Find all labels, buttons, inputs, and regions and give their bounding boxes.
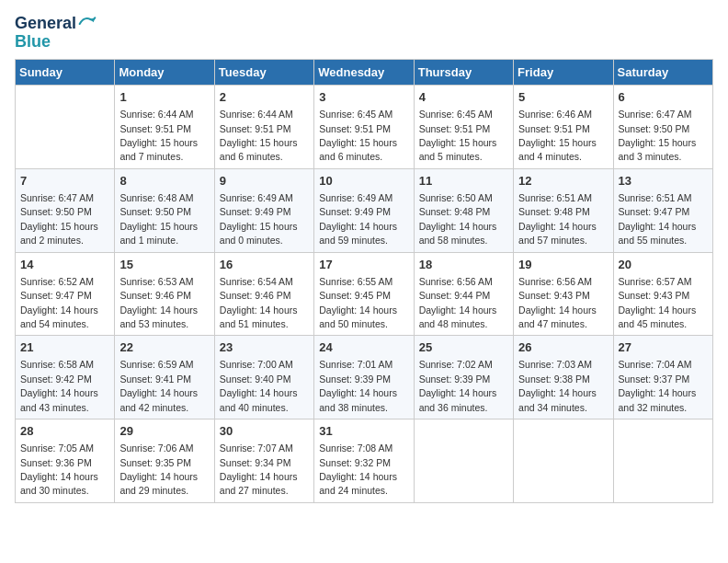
logo-text: General: [15, 15, 97, 33]
calendar-cell: 16 Sunrise: 6:54 AM Sunset: 9:46 PM Dayl…: [214, 252, 313, 336]
day-number: 7: [20, 173, 109, 190]
calendar-cell: 26 Sunrise: 7:03 AM Sunset: 9:38 PM Dayl…: [514, 336, 613, 419]
calendar-cell: [613, 419, 712, 503]
cell-sunrise: Sunrise: 6:48 AM: [119, 192, 193, 203]
cell-sunset: Sunset: 9:50 PM: [119, 206, 191, 217]
cell-sunrise: Sunrise: 6:46 AM: [518, 109, 592, 120]
weekday-header-thursday: Thursday: [414, 60, 513, 86]
cell-sunrise: Sunrise: 6:47 AM: [20, 192, 94, 203]
cell-daylight: Daylight: 15 hours and 6 minutes.: [220, 137, 298, 162]
calendar-cell: 17 Sunrise: 6:55 AM Sunset: 9:45 PM Dayl…: [314, 252, 414, 336]
cell-sunset: Sunset: 9:39 PM: [319, 373, 391, 385]
cell-daylight: Daylight: 15 hours and 3 minutes.: [619, 137, 697, 162]
day-number: 17: [319, 257, 408, 273]
cell-sunset: Sunset: 9:34 PM: [220, 457, 291, 468]
cell-daylight: Daylight: 14 hours and 43 minutes.: [20, 387, 98, 412]
cell-daylight: Daylight: 14 hours and 50 minutes.: [319, 304, 397, 329]
logo-blue-text: Blue: [15, 33, 97, 52]
calendar-cell: 2 Sunrise: 6:44 AM Sunset: 9:51 PM Dayli…: [214, 86, 313, 169]
cell-daylight: Daylight: 14 hours and 40 minutes.: [220, 387, 298, 412]
cell-sunrise: Sunrise: 7:06 AM: [119, 442, 193, 454]
cell-sunset: Sunset: 9:47 PM: [619, 206, 690, 217]
day-number: 3: [319, 89, 408, 106]
calendar-cell: 23 Sunrise: 7:00 AM Sunset: 9:40 PM Dayl…: [214, 336, 313, 419]
calendar-cell: [514, 419, 613, 503]
day-number: 8: [119, 173, 209, 190]
cell-sunrise: Sunrise: 6:56 AM: [518, 276, 592, 287]
cell-daylight: Daylight: 14 hours and 51 minutes.: [220, 304, 298, 329]
day-number: 10: [319, 173, 408, 190]
week-row-4: 21 Sunrise: 6:58 AM Sunset: 9:42 PM Dayl…: [16, 336, 713, 419]
calendar-cell: 21 Sunrise: 6:58 AM Sunset: 9:42 PM Dayl…: [16, 336, 115, 419]
day-number: 5: [518, 89, 608, 106]
calendar-cell: 6 Sunrise: 6:47 AM Sunset: 9:50 PM Dayli…: [613, 86, 712, 169]
cell-sunrise: Sunrise: 6:47 AM: [619, 109, 692, 120]
cell-sunrise: Sunrise: 6:53 AM: [119, 276, 193, 287]
day-number: 6: [619, 89, 708, 106]
weekday-header-monday: Monday: [115, 60, 214, 86]
cell-daylight: Daylight: 14 hours and 53 minutes.: [119, 304, 198, 329]
cell-sunrise: Sunrise: 6:44 AM: [220, 109, 293, 120]
cell-daylight: Daylight: 14 hours and 59 minutes.: [319, 221, 397, 246]
day-number: 24: [319, 339, 408, 356]
cell-sunrise: Sunrise: 7:08 AM: [319, 442, 392, 454]
cell-sunset: Sunset: 9:42 PM: [20, 373, 92, 385]
cell-daylight: Daylight: 14 hours and 29 minutes.: [119, 471, 198, 496]
day-number: 14: [20, 257, 109, 273]
cell-daylight: Daylight: 14 hours and 34 minutes.: [518, 387, 597, 412]
cell-sunrise: Sunrise: 7:07 AM: [220, 442, 293, 454]
cell-sunset: Sunset: 9:46 PM: [220, 290, 291, 301]
cell-sunset: Sunset: 9:41 PM: [119, 373, 191, 385]
weekday-header-sunday: Sunday: [16, 60, 115, 86]
weekday-header-tuesday: Tuesday: [214, 60, 313, 86]
calendar-cell: 4 Sunrise: 6:45 AM Sunset: 9:51 PM Dayli…: [414, 86, 513, 169]
cell-sunrise: Sunrise: 7:02 AM: [419, 359, 493, 370]
calendar-cell: 9 Sunrise: 6:49 AM Sunset: 9:49 PM Dayli…: [214, 168, 313, 252]
cell-daylight: Daylight: 14 hours and 36 minutes.: [419, 387, 497, 412]
week-row-2: 7 Sunrise: 6:47 AM Sunset: 9:50 PM Dayli…: [16, 168, 713, 252]
day-number: 15: [119, 257, 209, 273]
calendar-cell: 20 Sunrise: 6:57 AM Sunset: 9:43 PM Dayl…: [613, 252, 712, 336]
calendar-cell: [16, 86, 115, 169]
calendar-cell: 31 Sunrise: 7:08 AM Sunset: 9:32 PM Dayl…: [314, 419, 414, 503]
cell-sunset: Sunset: 9:49 PM: [319, 206, 391, 217]
cell-sunrise: Sunrise: 7:03 AM: [518, 359, 592, 370]
cell-sunrise: Sunrise: 7:05 AM: [20, 442, 94, 454]
day-number: 19: [518, 257, 608, 273]
day-number: 13: [619, 173, 708, 190]
calendar-cell: 1 Sunrise: 6:44 AM Sunset: 9:51 PM Dayli…: [115, 86, 214, 169]
day-number: 23: [220, 339, 309, 356]
cell-sunset: Sunset: 9:51 PM: [119, 123, 191, 134]
cell-daylight: Daylight: 14 hours and 48 minutes.: [419, 304, 497, 329]
weekday-header-friday: Friday: [514, 60, 613, 86]
cell-sunrise: Sunrise: 7:01 AM: [319, 359, 392, 370]
weekday-header-row: SundayMondayTuesdayWednesdayThursdayFrid…: [16, 60, 713, 86]
cell-sunset: Sunset: 9:39 PM: [419, 373, 491, 385]
cell-daylight: Daylight: 14 hours and 30 minutes.: [20, 471, 98, 496]
cell-sunrise: Sunrise: 6:58 AM: [20, 359, 94, 370]
cell-sunrise: Sunrise: 6:44 AM: [119, 109, 193, 120]
cell-daylight: Daylight: 15 hours and 7 minutes.: [119, 137, 198, 162]
cell-sunrise: Sunrise: 6:59 AM: [119, 359, 193, 370]
calendar-cell: 10 Sunrise: 6:49 AM Sunset: 9:49 PM Dayl…: [314, 168, 414, 252]
cell-sunrise: Sunrise: 6:51 AM: [619, 192, 692, 203]
day-number: 22: [119, 339, 209, 356]
cell-daylight: Daylight: 15 hours and 2 minutes.: [20, 221, 98, 246]
week-row-5: 28 Sunrise: 7:05 AM Sunset: 9:36 PM Dayl…: [16, 419, 713, 503]
cell-daylight: Daylight: 14 hours and 47 minutes.: [518, 304, 597, 329]
calendar-cell: 25 Sunrise: 7:02 AM Sunset: 9:39 PM Dayl…: [414, 336, 513, 419]
cell-daylight: Daylight: 14 hours and 55 minutes.: [619, 221, 697, 246]
day-number: 11: [419, 173, 508, 190]
cell-daylight: Daylight: 14 hours and 54 minutes.: [20, 304, 98, 329]
calendar-cell: 8 Sunrise: 6:48 AM Sunset: 9:50 PM Dayli…: [115, 168, 214, 252]
cell-sunset: Sunset: 9:44 PM: [419, 290, 491, 301]
cell-sunset: Sunset: 9:37 PM: [619, 373, 690, 385]
day-number: 12: [518, 173, 608, 190]
calendar-cell: 28 Sunrise: 7:05 AM Sunset: 9:36 PM Dayl…: [16, 419, 115, 503]
calendar-cell: 3 Sunrise: 6:45 AM Sunset: 9:51 PM Dayli…: [314, 86, 414, 169]
cell-sunset: Sunset: 9:48 PM: [518, 206, 590, 217]
calendar-cell: 11 Sunrise: 6:50 AM Sunset: 9:48 PM Dayl…: [414, 168, 513, 252]
day-number: 25: [419, 339, 508, 356]
cell-sunset: Sunset: 9:51 PM: [220, 123, 291, 134]
cell-daylight: Daylight: 14 hours and 57 minutes.: [518, 221, 597, 246]
